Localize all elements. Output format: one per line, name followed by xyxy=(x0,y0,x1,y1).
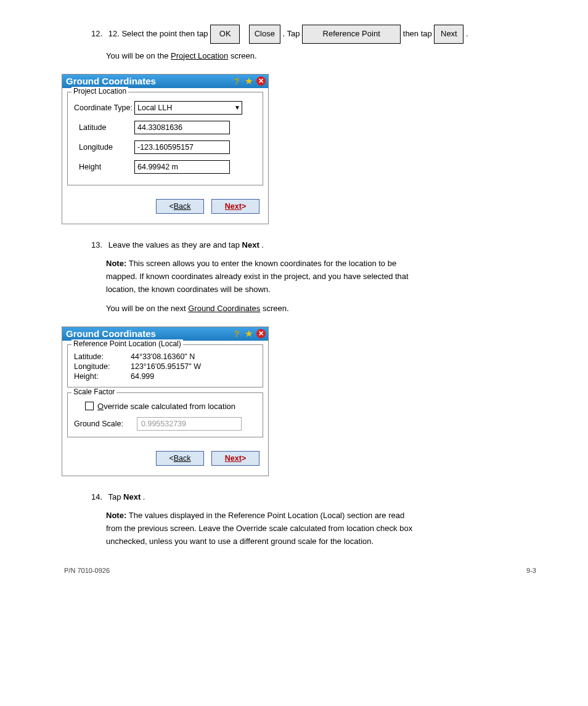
ref-height-label: Height: xyxy=(74,372,131,381)
help-icon[interactable]: ? xyxy=(232,76,242,86)
titlebar: Ground Coordinates ? ★ ✕ xyxy=(62,75,268,88)
ref-lat-value: 44°33'08.16360" N xyxy=(131,352,195,361)
reference-point-button[interactable]: Reference Point xyxy=(302,25,401,44)
group-legend-ref: Reference Point Location (Local) xyxy=(71,339,183,348)
close-icon[interactable]: ✕ xyxy=(256,329,266,338)
override-label: OOverride scale calculated from location… xyxy=(97,402,235,411)
dialog-title-2: Ground Coordinates xyxy=(66,328,232,339)
longitude-label: Longitude xyxy=(74,143,134,152)
ground-scale-label: Ground Scale: xyxy=(74,420,137,428)
back-button[interactable]: < Back xyxy=(156,199,204,214)
reference-point-group: Reference Point Location (Local) Latitud… xyxy=(67,344,263,387)
page-footer: P/N 7010-0926 9-3 xyxy=(62,567,539,574)
note-b: Note: The values displayed in the Refere… xyxy=(106,509,539,548)
height-input[interactable] xyxy=(134,160,230,174)
scale-factor-group: Scale Factor OOverride scale calculated … xyxy=(67,392,263,437)
star-icon[interactable]: ★ xyxy=(244,329,254,339)
ground-coordinates-dialog-1: Ground Coordinates ? ★ ✕ Project Locatio… xyxy=(62,74,269,224)
next-button-2[interactable]: Next > xyxy=(211,451,259,466)
ref-lat-label: Latitude: xyxy=(74,352,131,361)
close-icon[interactable]: ✕ xyxy=(256,76,266,86)
ref-lon-label: Longitude: xyxy=(74,362,131,371)
step-14-line: 14. Tap Next . xyxy=(91,491,539,504)
help-icon[interactable]: ? xyxy=(232,329,242,339)
step-13-line: 13. Leave the values as they are and tap… xyxy=(91,239,539,252)
ground-coordinates-link[interactable]: Ground Coordinates xyxy=(188,304,260,313)
ground-scale-input xyxy=(137,417,242,431)
project-location-line: You will be on the Project Location scre… xyxy=(106,50,539,63)
ref-lon-value: 123°16'05.95157" W xyxy=(131,362,201,371)
footer-page: 9-3 xyxy=(526,567,536,574)
footer-left: P/N 7010-0926 xyxy=(64,567,110,574)
ok-button[interactable]: OK xyxy=(210,25,240,44)
latitude-input[interactable] xyxy=(134,121,230,134)
back-button-2[interactable]: < Back xyxy=(156,451,204,466)
group-legend-scale: Scale Factor xyxy=(71,387,116,396)
override-checkbox[interactable] xyxy=(85,402,94,410)
chevron-down-icon: ▼ xyxy=(234,104,240,111)
height-label: Height xyxy=(74,163,134,171)
close-button[interactable]: Close xyxy=(249,25,280,44)
ref-height-value: 64.999 xyxy=(131,372,154,381)
coord-type-label: Coordinate Type: xyxy=(74,103,134,112)
note-a: Note: This screen allows you to enter th… xyxy=(106,258,539,296)
group-legend: Project Location xyxy=(71,87,128,95)
step-12-line: 12. 12. Select the point then tap OK Clo… xyxy=(91,25,539,44)
star-icon[interactable]: ★ xyxy=(244,76,254,86)
project-location-group: Project Location Coordinate Type: Local … xyxy=(67,92,263,185)
coord-type-select[interactable]: Local LLH ▼ xyxy=(134,101,242,115)
latitude-label: Latitude xyxy=(74,123,134,132)
next-button-inline[interactable]: Next xyxy=(434,25,463,44)
titlebar-2: Ground Coordinates ? ★ ✕ xyxy=(62,327,268,341)
project-location-link[interactable]: Project Location xyxy=(171,51,228,60)
next-button[interactable]: Next > xyxy=(211,199,259,214)
dialog-title: Ground Coordinates xyxy=(66,76,232,86)
ground-coords-line: You will be on the next Ground Coordinat… xyxy=(106,302,539,315)
longitude-input[interactable] xyxy=(134,140,230,154)
ground-coordinates-dialog-2: Ground Coordinates ? ★ ✕ Reference Point… xyxy=(62,327,269,476)
